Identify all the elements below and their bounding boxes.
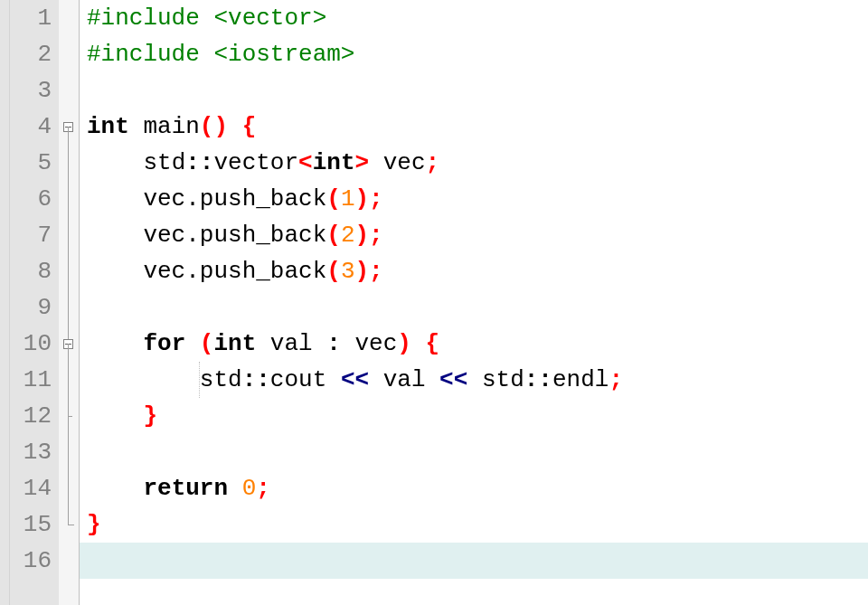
line-number: 1 xyxy=(10,0,59,36)
token-brc: { xyxy=(426,326,440,362)
token-id xyxy=(228,109,242,145)
code-editor[interactable]: 1 2 3 4 5 6 7 8 9 10 11 12 13 14 15 16 xyxy=(0,0,868,605)
fold-row xyxy=(59,470,79,506)
code-line[interactable]: } xyxy=(80,506,868,543)
token-op: << xyxy=(341,362,369,398)
token-id xyxy=(228,470,242,506)
token-id: val xyxy=(369,362,439,398)
code-line[interactable]: std::vector<int> vec; xyxy=(80,145,868,181)
line-number: 16 xyxy=(10,543,59,579)
token-par: ) xyxy=(397,326,411,362)
token-fn: push_back xyxy=(200,253,326,289)
code-line[interactable] xyxy=(80,434,868,470)
fold-end-icon xyxy=(68,525,74,525)
code-line[interactable]: #include <vector> xyxy=(80,0,868,36)
token-fn: push_back xyxy=(200,217,326,253)
token-par: ( xyxy=(326,181,341,217)
token-par: () xyxy=(200,109,228,145)
fold-row xyxy=(59,0,79,36)
token-id xyxy=(129,109,144,145)
fold-guide xyxy=(68,181,69,217)
fold-row xyxy=(59,36,79,72)
line-number: 15 xyxy=(10,506,59,543)
fold-row xyxy=(59,434,79,470)
fold-row xyxy=(59,253,79,289)
line-number: 7 xyxy=(10,217,59,253)
token-par: ( xyxy=(326,217,341,253)
token-kw: int xyxy=(213,326,256,362)
line-number: 6 xyxy=(10,181,59,217)
token-id: std xyxy=(467,362,524,398)
fold-guide xyxy=(68,362,69,398)
token-semi: ; xyxy=(256,470,270,506)
token-id: std xyxy=(143,145,185,181)
fold-guide xyxy=(68,289,69,326)
code-line[interactable]: #include <iostream> xyxy=(80,36,868,72)
token-pp: #include xyxy=(87,0,213,36)
code-line-current[interactable] xyxy=(80,543,868,579)
token-semi: ; xyxy=(369,253,383,289)
token-id: vec xyxy=(87,217,185,253)
line-number: 8 xyxy=(10,253,59,289)
token-brc: } xyxy=(87,506,101,543)
token-semi: ; xyxy=(369,217,383,253)
token-brc: } xyxy=(143,398,157,434)
code-line[interactable] xyxy=(80,289,868,326)
token-ang: < xyxy=(298,145,313,181)
fold-guide xyxy=(68,434,69,470)
margin-strip xyxy=(0,0,10,605)
fold-row xyxy=(59,217,79,253)
fold-row xyxy=(59,362,79,398)
code-line[interactable]: } xyxy=(80,398,868,434)
line-number: 11 xyxy=(10,362,59,398)
token-col: : xyxy=(326,326,341,362)
code-line[interactable]: int main() { xyxy=(80,109,868,145)
code-line[interactable]: std::cout << val << std::endl; xyxy=(80,362,868,398)
line-number: 9 xyxy=(10,289,59,326)
token-kw: int xyxy=(87,109,129,145)
token-id xyxy=(87,398,143,434)
code-line[interactable] xyxy=(80,72,868,109)
fold-row xyxy=(59,145,79,181)
code-line[interactable]: vec.push_back(1); xyxy=(80,181,868,217)
token-id: val xyxy=(256,326,326,362)
token-semi: ; xyxy=(609,362,623,398)
fold-row xyxy=(59,72,79,109)
token-num: 3 xyxy=(341,253,355,289)
token-pp: <iostream> xyxy=(213,36,354,72)
token-id: main xyxy=(143,109,199,145)
token-par: ) xyxy=(354,253,369,289)
fold-row xyxy=(59,398,79,434)
line-number-gutter: 1 2 3 4 5 6 7 8 9 10 11 12 13 14 15 16 xyxy=(10,0,59,605)
code-line[interactable]: for (int val : vec) { xyxy=(80,326,868,362)
fold-guide xyxy=(68,344,69,362)
fold-guide xyxy=(68,506,69,525)
token-id xyxy=(411,326,426,362)
token-par: ) xyxy=(354,181,369,217)
token-dot: . xyxy=(185,217,200,253)
code-line[interactable]: vec.push_back(2); xyxy=(80,217,868,253)
line-number: 14 xyxy=(10,470,59,506)
token-pp: #include xyxy=(87,36,213,72)
code-area[interactable]: #include <vector> #include <iostream> in… xyxy=(80,0,868,605)
fold-guide xyxy=(68,127,69,145)
token-kw: return xyxy=(143,470,228,506)
token-dot: . xyxy=(185,253,200,289)
token-id: vec xyxy=(87,253,185,289)
token-dot: . xyxy=(185,181,200,217)
code-line[interactable]: return 0; xyxy=(80,470,868,506)
token-num: 0 xyxy=(242,470,257,506)
token-id xyxy=(87,145,143,181)
token-par: ( xyxy=(200,326,214,362)
line-number: 4 xyxy=(10,109,59,145)
token-ang: > xyxy=(355,145,370,181)
fold-guide xyxy=(68,416,72,417)
token-id xyxy=(185,326,200,362)
fold-guide xyxy=(68,470,69,506)
token-id xyxy=(87,326,143,362)
code-line[interactable]: vec.push_back(3); xyxy=(80,253,868,289)
fold-guide xyxy=(68,217,69,253)
token-id: vector xyxy=(213,145,298,181)
fold-guide xyxy=(68,145,69,181)
line-number: 10 xyxy=(10,326,59,362)
